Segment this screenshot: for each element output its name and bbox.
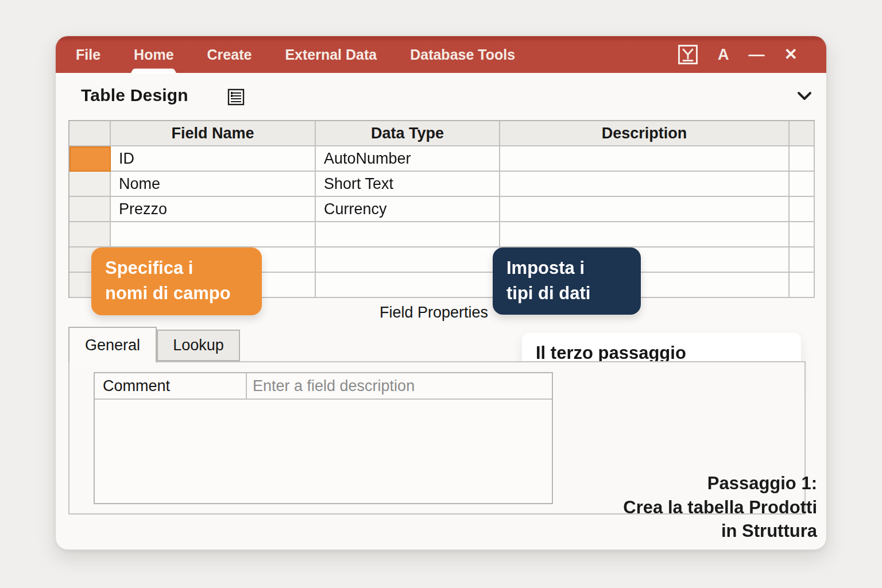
row-selector-header	[69, 121, 111, 146]
row-selector[interactable]	[69, 197, 111, 222]
callout-line: Imposta i	[506, 256, 627, 281]
spacer-cell	[790, 222, 815, 247]
column-header-description: Description	[500, 121, 790, 146]
account-letter[interactable]: A	[718, 46, 729, 64]
field-name-cell[interactable]	[111, 222, 316, 247]
data-type-cell[interactable]	[316, 222, 500, 247]
field-name-cell[interactable]: Prezzo	[111, 197, 316, 222]
spacer-cell	[790, 172, 815, 197]
field-name-cell[interactable]: Nome	[111, 172, 316, 197]
data-type-cell[interactable]	[316, 273, 500, 298]
tab-lookup[interactable]: Lookup	[157, 330, 240, 361]
column-header-field-name: Field Name	[111, 121, 316, 146]
field-properties-label: Field Properties	[380, 304, 488, 322]
step-caption: Passaggio 1: Crea la tabella Prodotti in…	[623, 471, 817, 543]
spacer-cell	[790, 146, 815, 172]
comment-text-area[interactable]	[95, 400, 552, 504]
callout-line: tipi di dati	[506, 281, 627, 306]
menu-item-home[interactable]: Home	[117, 47, 190, 63]
access-window: File Home Create External Data Database …	[55, 36, 827, 550]
tab-general[interactable]: General	[68, 327, 157, 362]
data-type-cell[interactable]: Short Text	[316, 172, 500, 197]
data-type-cell[interactable]: AutoNumber	[316, 146, 500, 172]
ribbon-title: Table Design	[81, 86, 188, 105]
spacer-cell	[790, 247, 815, 273]
description-cell[interactable]	[500, 222, 790, 247]
close-button[interactable]: ✕	[784, 47, 798, 63]
data-type-cell[interactable]: Currency	[316, 197, 500, 222]
titlebar-controls: A — ✕	[678, 44, 826, 65]
menu-item-file[interactable]: File	[59, 47, 117, 63]
comment-input[interactable]	[247, 373, 552, 399]
data-type-cell[interactable]	[316, 247, 500, 273]
menu-item-create[interactable]: Create	[191, 47, 269, 63]
column-header-data-type: Data Type	[316, 121, 500, 146]
menu-item-external-data[interactable]: External Data	[268, 47, 393, 63]
row-selector[interactable]	[69, 146, 111, 172]
chevron-down-icon[interactable]	[796, 90, 813, 102]
description-cell[interactable]	[500, 172, 790, 197]
spacer-cell	[790, 197, 815, 222]
menu-item-database-tools[interactable]: Database Tools	[393, 47, 532, 63]
callout-field-names: Specifica i nomi di campo	[91, 247, 262, 315]
datasheet-list-icon[interactable]	[227, 88, 245, 106]
callout-line: nomi di campo	[105, 281, 248, 306]
title-bar: File Home Create External Data Database …	[56, 36, 826, 73]
row-selector[interactable]	[69, 222, 111, 247]
minimize-button[interactable]: —	[749, 47, 765, 63]
caption-line: Crea la tabella Prodotti	[623, 496, 817, 520]
description-cell[interactable]	[500, 197, 790, 222]
callout-data-types: Imposta i tipi di dati	[493, 247, 641, 315]
field-name-cell[interactable]: ID	[111, 146, 316, 172]
caption-line: Passaggio 1:	[623, 471, 817, 496]
menu-bar: File Home Create External Data Database …	[56, 47, 532, 63]
caption-line: in Struttura	[623, 519, 817, 543]
comment-property-label: Comment	[95, 373, 247, 399]
access-logo-icon	[678, 44, 698, 65]
comment-property-row: Comment	[95, 373, 552, 400]
row-selector[interactable]	[69, 172, 111, 197]
callout-line: Specifica i	[105, 256, 248, 281]
column-header-spacer	[790, 121, 815, 146]
comment-property-box: Comment	[94, 372, 553, 504]
description-cell[interactable]	[500, 146, 790, 172]
ribbon-row: Table Design	[56, 73, 826, 120]
spacer-cell	[790, 273, 815, 298]
